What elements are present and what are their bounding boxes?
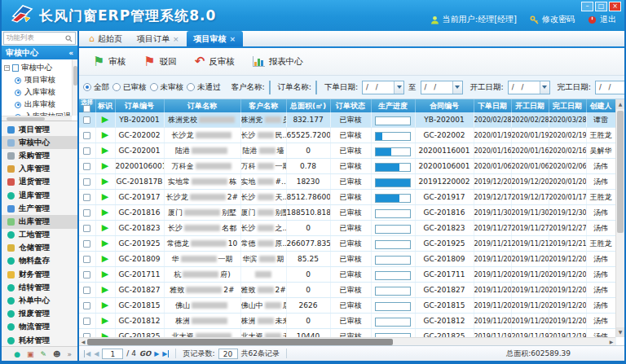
tab-start-page[interactable]: ⌂起始页 — [82, 31, 130, 46]
column-header-6[interactable]: 订单状态 — [330, 99, 371, 112]
table-row[interactable]: ▶GC-201809华一期华滨期85.25已审核GC-2018092019/11… — [79, 252, 615, 267]
tree-collapse-icon[interactable] — [4, 65, 10, 71]
table-row[interactable]: ▶GC-202001陆港陆港墙0已审核202001160012020/01/16… — [79, 143, 615, 159]
table-row[interactable]: ▶GC-201711杭府)0已审核GC-2017112019/11/202019… — [79, 267, 615, 283]
tree-horizontal-scrollbar[interactable] — [2, 116, 72, 121]
column-header-10[interactable]: 开工日期 — [511, 99, 549, 112]
sidebar-item-logistics[interactable]: 物流管理 — [2, 321, 77, 334]
row-checkbox[interactable] — [83, 178, 90, 186]
table-row[interactable]: ▶GC-201925常德龙10常德原..266077.835..已审核GC-20… — [79, 236, 615, 252]
tab-project-audit[interactable]: 项目审核× — [187, 31, 244, 46]
sidebar-item-return-store[interactable]: 退库管理 — [2, 189, 77, 202]
scroll-right-icon[interactable]: ▶ — [607, 338, 615, 345]
tree-item-0[interactable]: 项目审核 — [4, 74, 77, 86]
row-checkbox[interactable] — [83, 209, 90, 217]
row-checkbox[interactable] — [83, 256, 90, 263]
row-checkbox[interactable] — [83, 225, 90, 232]
table-vertical-scrollbar[interactable]: ▲ ▼ — [615, 99, 624, 337]
table-row[interactable]: ▶GC-202002长沙龙长沙民..65525.7200..已审核GC-2020… — [79, 128, 615, 143]
column-header-4[interactable]: 客户名称 — [240, 99, 286, 112]
circle-icon[interactable]: ● — [14, 350, 20, 358]
customer-name-input[interactable] — [269, 81, 271, 94]
user-icon[interactable]: ☻ — [53, 350, 60, 358]
sidebar-item-outbound[interactable]: 出库管理 — [2, 215, 77, 228]
sidebar-item-audit[interactable]: 审核中心 — [2, 136, 77, 149]
column-header-9[interactable]: 下单日期 — [474, 99, 511, 112]
row-checkbox[interactable] — [83, 163, 90, 170]
start-date-input[interactable]: / / — [508, 81, 550, 94]
collapse-panel-icon[interactable]: « — [68, 49, 73, 57]
sidebar-item-stocktake[interactable]: 物料盘存 — [2, 255, 77, 268]
row-checkbox[interactable] — [83, 132, 90, 139]
first-page-button[interactable]: ◀ — [84, 350, 90, 357]
more-icon[interactable]: » — [67, 350, 72, 358]
minimize-button[interactable]: – — [581, 2, 593, 11]
close-button[interactable]: × — [609, 2, 621, 11]
calendar-dropdown-icon[interactable] — [540, 81, 549, 94]
unapprove-button[interactable]: ↶反审核 — [187, 53, 242, 71]
sidebar-item-finance[interactable]: 财务管理 — [2, 268, 77, 281]
tree-vertical-scrollbar[interactable] — [72, 59, 77, 116]
sidebar-item-scrap[interactable]: 报废管理 — [2, 308, 77, 321]
column-header-11[interactable]: 完工日期 — [549, 99, 586, 112]
scroll-up-icon[interactable]: ▲ — [616, 99, 624, 109]
row-checkbox[interactable] — [83, 318, 90, 325]
sidebar-item-consumables[interactable]: 耗材管理 — [2, 334, 77, 346]
sidebar-item-site[interactable]: 工地管理 — [2, 229, 77, 242]
table-row[interactable]: ▶GC-201817B实地常栋实地#..18230已审核201912200022… — [79, 174, 615, 190]
function-search-input[interactable]: 功能列表 — [3, 32, 76, 45]
sidebar-item-reorder[interactable]: 补单中心 — [2, 294, 77, 307]
page-input[interactable]: 1 — [102, 349, 123, 359]
horizontal-scroll-thumb[interactable] — [87, 339, 393, 345]
close-tab-icon[interactable]: × — [230, 35, 236, 43]
column-header-5[interactable]: 总面积(㎡) — [286, 99, 330, 112]
calendar-dropdown-icon[interactable] — [452, 81, 462, 94]
scroll-left-icon[interactable]: ◀ — [79, 338, 87, 345]
row-checkbox[interactable] — [83, 240, 90, 248]
tree-item-1[interactable]: 入库审核 — [4, 86, 77, 99]
table-horizontal-scrollbar[interactable]: ◀ ▶ — [79, 337, 615, 345]
cart-icon[interactable]: ▣ — [27, 350, 34, 358]
sidebar-item-inbound[interactable]: 入库管理 — [2, 163, 77, 176]
row-checkbox[interactable] — [83, 271, 90, 278]
scroll-down-icon[interactable]: ▼ — [616, 327, 624, 337]
sidebar-item-purchase[interactable]: 采购管理 — [2, 149, 77, 162]
calendar-dropdown-icon[interactable] — [394, 81, 403, 94]
row-checkbox[interactable] — [83, 194, 90, 201]
sidebar-item-production[interactable]: 生产管理 — [2, 202, 77, 215]
sidebar-item-project[interactable]: 项目管理 — [2, 123, 77, 136]
row-checkbox[interactable] — [83, 287, 90, 294]
go-button[interactable]: GO — [139, 349, 151, 357]
page-size-input[interactable]: 20 — [218, 349, 238, 359]
order-date-to-input[interactable]: / / — [421, 81, 463, 94]
tree-item-2[interactable]: 出库审核 — [4, 99, 77, 111]
filter-radio-failed[interactable]: 未通过 — [187, 82, 221, 93]
prev-page-button[interactable]: ◀ — [94, 350, 99, 357]
sidebar-item-returns[interactable]: 退货管理 — [2, 176, 77, 189]
column-header-1[interactable]: 标识 — [95, 99, 115, 112]
column-header-3[interactable]: 订单名称 — [164, 99, 240, 112]
row-checkbox[interactable] — [83, 147, 90, 155]
row-checkbox[interactable] — [83, 116, 90, 124]
column-header-7[interactable]: 生产进度 — [371, 99, 415, 112]
table-row[interactable]: ▶GC-201816厦门别墅厦门别墅188510.818已审核GC-201816… — [79, 205, 615, 221]
reject-button[interactable]: ⚑驳回 — [136, 53, 183, 71]
filter-radio-unapproved[interactable]: 未审核 — [150, 82, 184, 93]
column-header-12[interactable]: 创建人 — [586, 99, 615, 112]
close-tab-icon[interactable]: × — [173, 35, 179, 43]
table-row[interactable]: ▶GC-201815佛山佛山中居2626已审核GC-2018152019/11/… — [79, 298, 615, 314]
pen-icon[interactable]: ✎ — [41, 350, 47, 358]
sidebar-item-carryover[interactable]: 结转管理 — [2, 281, 77, 294]
filter-radio-all[interactable]: 全部 — [83, 82, 109, 93]
select-all-checkbox[interactable] — [83, 105, 90, 112]
sidebar-item-warehouse[interactable]: 仓储管理 — [2, 242, 77, 255]
order-date-from-input[interactable]: / / — [362, 81, 404, 94]
table-row[interactable]: ▶GC-201823长沙名都长沙之..0已审核GC-2018232019/11/… — [79, 221, 615, 236]
logout-link[interactable]: 退出 — [588, 14, 616, 25]
report-center-button[interactable]: 报表中心 — [245, 53, 311, 71]
column-header-2[interactable]: 订单编号 — [115, 99, 164, 112]
table-row[interactable]: ▶YB-202001株洲党校株洲党员..832.177已审核YB-2020012… — [79, 112, 615, 128]
filter-radio-approved[interactable]: 已审核 — [112, 82, 147, 93]
last-page-button[interactable]: ▶ — [162, 350, 169, 357]
table-row[interactable]: ▶GC-201827雅致2#雅致2#0已审核GC-2018272019/11/2… — [79, 283, 615, 298]
